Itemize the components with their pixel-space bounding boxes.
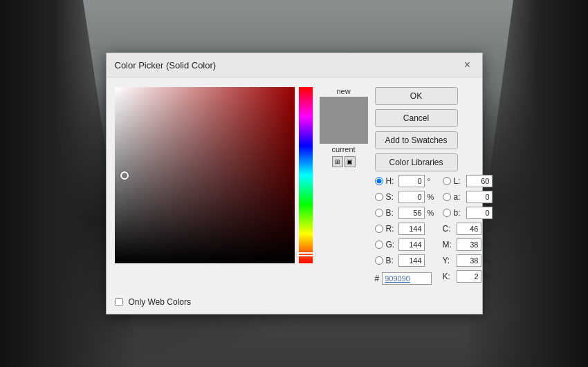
s-unit: %: [428, 193, 437, 201]
lab-cmyk-col: L: a: b:: [443, 174, 493, 285]
r-input[interactable]: [398, 223, 425, 235]
h-field-row: H: °: [375, 174, 437, 188]
dialog-title: Color Picker (Solid Color): [115, 60, 217, 70]
s-label: S:: [386, 192, 396, 202]
g-radio[interactable]: [375, 241, 383, 249]
h-radio[interactable]: [375, 177, 383, 185]
button-panel: OK Cancel Add to Swatches Color Librarie…: [375, 87, 493, 171]
k-label: K:: [443, 272, 454, 281]
k-input[interactable]: [457, 270, 481, 283]
a-input[interactable]: [466, 191, 493, 203]
l-label: L:: [454, 176, 463, 186]
y-label: Y:: [443, 256, 454, 265]
new-color-label: new: [336, 87, 350, 95]
c-unit: %: [484, 225, 491, 233]
m-unit: %: [484, 241, 491, 249]
m-label: M:: [443, 240, 454, 250]
r-field-row: R:: [375, 222, 437, 236]
r-radio[interactable]: [375, 225, 383, 233]
c-label: C:: [443, 224, 454, 234]
y-input[interactable]: [457, 254, 481, 267]
a-radio[interactable]: [443, 193, 451, 201]
dialog-close-button[interactable]: ×: [461, 59, 474, 71]
swatch-icon-1[interactable]: ⊞: [332, 156, 343, 167]
picker-gradient[interactable]: [115, 87, 295, 263]
s-field-row: S: %: [375, 190, 437, 204]
cancel-button[interactable]: Cancel: [375, 109, 458, 127]
dialog-bottom: Only Web Colors: [107, 294, 482, 314]
b-input[interactable]: [398, 207, 425, 219]
color-picker-area[interactable]: [115, 87, 295, 263]
web-colors-checkbox[interactable]: [115, 298, 123, 306]
b-label: B:: [386, 208, 396, 218]
c-field-row: C: %: [443, 222, 493, 236]
swatch-icons-area: ⊞ ▣: [332, 156, 356, 167]
m-input[interactable]: [457, 238, 481, 251]
b3-label: b:: [454, 208, 463, 218]
b2-radio[interactable]: [375, 256, 383, 265]
hue-slider[interactable]: [299, 87, 313, 263]
b3-radio[interactable]: [443, 209, 451, 217]
web-colors-label: Only Web Colors: [129, 297, 191, 307]
swatch-icon-2[interactable]: ▣: [344, 156, 356, 167]
a-field-row: a:: [443, 190, 493, 204]
l-field-row: L:: [443, 174, 493, 188]
color-preview-block: new current: [320, 87, 368, 153]
y-unit: %: [484, 256, 491, 265]
g-field-row: G:: [375, 238, 437, 252]
h-unit: °: [428, 177, 437, 185]
hex-row: #: [375, 272, 437, 285]
ok-button[interactable]: OK: [375, 87, 458, 105]
dialog-body: new current ⊞ ▣ OK Cancel Add to Swatche…: [107, 77, 482, 294]
hsb-rgb-col: H: ° S: % B:: [375, 174, 437, 285]
g-input[interactable]: [398, 238, 425, 251]
h-label: H:: [386, 176, 396, 186]
picker-circle-handle: [120, 171, 129, 180]
hex-input[interactable]: [382, 272, 432, 285]
s-input[interactable]: [398, 191, 425, 203]
b3-input[interactable]: [466, 207, 493, 219]
add-to-swatches-button[interactable]: Add to Swatches: [375, 131, 458, 149]
hex-hash: #: [375, 274, 380, 283]
right-col: OK Cancel Add to Swatches Color Librarie…: [375, 87, 493, 285]
color-libraries-button[interactable]: Color Libraries: [375, 153, 458, 171]
a-label: a:: [454, 192, 463, 202]
current-color-label: current: [331, 145, 355, 153]
dialog-titlebar: Color Picker (Solid Color) ×: [107, 53, 482, 77]
h-input[interactable]: [398, 175, 425, 187]
m-field-row: M: %: [443, 238, 493, 252]
center-col: new current ⊞ ▣: [320, 87, 368, 285]
color-picker-dialog: Color Picker (Solid Color) × new: [106, 53, 483, 314]
c-input[interactable]: [457, 223, 481, 235]
l-input[interactable]: [466, 175, 493, 187]
new-color-box[interactable]: [320, 97, 368, 120]
current-color-box[interactable]: [320, 120, 368, 144]
b-field-row: B: %: [375, 206, 437, 220]
fields-main-row: H: ° S: % B:: [375, 174, 493, 285]
color-preview-combined: [320, 97, 368, 144]
g-label: G:: [386, 240, 396, 250]
l-radio[interactable]: [443, 177, 451, 185]
b2-input[interactable]: [398, 254, 425, 267]
r-label: R:: [386, 224, 396, 234]
k-unit: %: [484, 272, 491, 281]
y-field-row: Y: %: [443, 254, 493, 267]
b-unit: %: [428, 209, 437, 217]
b-radio[interactable]: [375, 209, 383, 217]
b2-field-row: B:: [375, 254, 437, 267]
s-radio[interactable]: [375, 193, 383, 201]
b2-label: B:: [386, 256, 396, 265]
hue-slider-wrap: [299, 87, 313, 263]
picker-left-col: [115, 87, 313, 285]
k-field-row: K: %: [443, 270, 493, 283]
b3-field-row: b:: [443, 206, 493, 220]
